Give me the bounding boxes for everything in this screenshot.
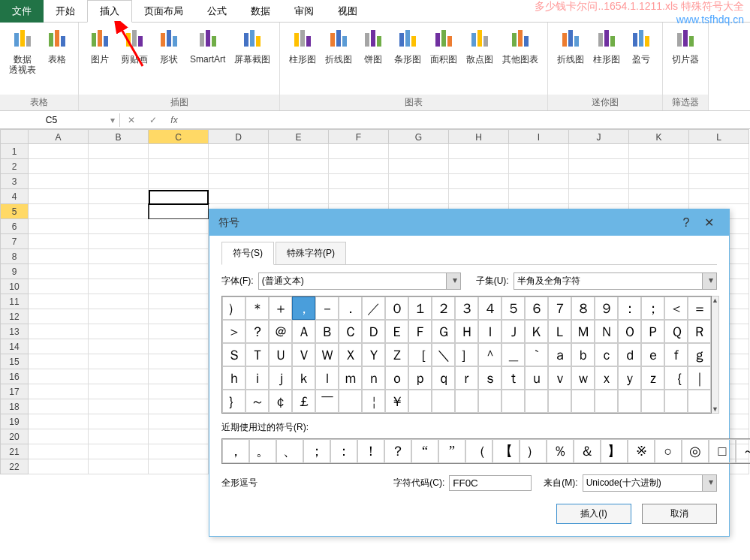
symbol-cell[interactable]: ， [292,297,315,320]
recent-symbol-cell[interactable]: ◎ [682,439,709,463]
symbol-cell[interactable]: ｊ [269,366,292,390]
symbol-cell[interactable]: ｒ [455,366,478,390]
cell[interactable] [89,234,149,249]
col-header-A[interactable]: A [29,129,89,144]
cell[interactable] [329,159,389,174]
symbol-cell[interactable]: ８ [571,297,595,320]
cell[interactable] [29,354,89,369]
cell[interactable] [29,414,89,429]
cell[interactable] [29,384,89,399]
ribbon-柱形图[interactable]: 柱形图 [589,24,625,93]
cell[interactable] [149,144,209,159]
symbol-cell[interactable]: ｑ [432,366,455,390]
symbol-cell[interactable] [408,390,432,413]
cell[interactable] [569,144,629,159]
col-header-E[interactable]: E [269,129,329,144]
symbol-cell[interactable]: Ｊ [502,320,525,343]
symbol-cell[interactable]: ： [618,297,641,320]
symbol-cell[interactable]: Ｒ [688,320,711,343]
tab-数据[interactable]: 数据 [239,0,282,23]
recent-symbol-cell[interactable]: “ [411,439,438,463]
row-header[interactable]: 6 [0,219,29,234]
tab-插入[interactable]: 插入 [87,0,132,23]
help-icon[interactable]: ? [675,216,697,230]
cell[interactable] [89,294,149,309]
cell[interactable] [89,174,149,189]
tab-页面布局[interactable]: 页面布局 [132,0,195,23]
symbol-cell[interactable]: ． [339,297,362,320]
cell[interactable] [149,249,209,264]
symbol-cell[interactable] [455,390,478,413]
cell[interactable] [149,219,209,234]
symbol-cell[interactable]: ６ [525,297,548,320]
recent-symbol-cell[interactable]: ： [330,439,357,463]
symbol-cell[interactable]: Ｐ [641,320,664,343]
col-header-J[interactable]: J [569,129,629,144]
font-select[interactable]: (普通文本) [258,272,461,290]
row-header[interactable]: 8 [0,249,29,264]
symbol-cell[interactable]: ｃ [595,343,618,366]
row-header[interactable]: 15 [0,354,29,369]
symbol-cell[interactable]: Ｅ [385,320,408,343]
symbol-cell[interactable]: １ [408,297,432,320]
cell[interactable] [89,354,149,369]
symbol-cell[interactable] [432,390,455,413]
symbol-cell[interactable]: ￠ [269,390,292,413]
row-header[interactable]: 4 [0,189,29,204]
cell[interactable] [689,174,749,189]
select-all-corner[interactable] [0,129,29,144]
symbol-cell[interactable]: ｇ [688,343,711,366]
row-header[interactable]: 20 [0,429,29,444]
symbol-cell[interactable]: ７ [548,297,571,320]
row-header[interactable]: 22 [0,459,29,474]
cancel-button[interactable]: 取消 [642,504,717,524]
recent-symbol-cell[interactable]: ） [520,439,547,463]
cell[interactable] [449,159,509,174]
symbol-cell[interactable]: ＜ [664,297,688,320]
symbol-cell[interactable]: ｋ [292,366,315,390]
cell[interactable] [629,144,689,159]
symbol-cell[interactable]: ｏ [385,366,408,390]
symbol-cell[interactable]: Ｆ [408,320,432,343]
symbol-cell[interactable]: Ｄ [362,320,385,343]
row-header[interactable]: 14 [0,339,29,354]
cell[interactable] [629,174,689,189]
symbol-cell[interactable]: ｖ [548,366,571,390]
symbol-cell[interactable]: ｉ [245,366,269,390]
dialog-tab[interactable]: 符号(S) [221,242,274,265]
col-header-D[interactable]: D [209,129,269,144]
symbol-cell[interactable]: ｌ [315,366,339,390]
row-header[interactable]: 18 [0,399,29,414]
cell[interactable] [329,189,389,204]
char-code-input[interactable] [449,475,532,491]
symbol-cell[interactable]: Ｚ [385,343,408,366]
symbol-cell[interactable]: Ｍ [571,320,595,343]
cell[interactable] [149,444,209,459]
symbol-cell[interactable]: Ｎ [595,320,618,343]
symbol-cell[interactable]: － [315,297,339,320]
row-header[interactable]: 3 [0,174,29,189]
row-header[interactable]: 19 [0,414,29,429]
symbol-cell[interactable]: Ｖ [292,343,315,366]
symbol-cell[interactable] [664,390,688,413]
cell[interactable] [329,144,389,159]
cell[interactable] [89,459,149,474]
symbol-cell[interactable]: Ｋ [525,320,548,343]
row-header[interactable]: 12 [0,309,29,324]
recent-symbol-cell[interactable]: ％ [547,439,574,463]
tab-审阅[interactable]: 审阅 [282,0,326,23]
cell[interactable] [389,189,449,204]
tab-file[interactable]: 文件 [0,0,44,23]
cell[interactable] [149,324,209,339]
cell[interactable] [89,264,149,279]
ribbon-形状[interactable]: 形状 [152,24,185,93]
cell[interactable] [509,144,569,159]
symbol-cell[interactable]: ｕ [525,366,548,390]
col-header-C[interactable]: C [149,129,209,144]
cell[interactable] [29,174,89,189]
ribbon-表格[interactable]: 表格 [41,24,74,93]
row-header[interactable]: 7 [0,234,29,249]
row-header[interactable]: 10 [0,279,29,294]
ribbon-切片器[interactable]: 切片器 [667,24,703,93]
recent-symbol-cell[interactable]: ＆ [574,439,601,463]
